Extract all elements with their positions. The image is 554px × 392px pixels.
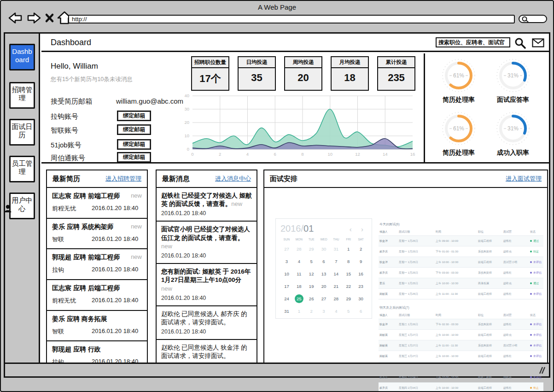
message-list: 赵铁柱 已经提交了对候选人 姬献英 的面试反馈，请查看。new2016.01.2… xyxy=(157,188,257,374)
go-interview-management-link[interactable]: 进入面试管理 xyxy=(506,175,542,183)
go-message-center-link[interactable]: 进入消息中心 xyxy=(215,175,251,183)
calendar-next-button[interactable]: › xyxy=(361,225,367,233)
calendar-day[interactable]: 8 xyxy=(342,255,355,268)
calendar-day[interactable]: 3 xyxy=(318,305,330,317)
calendar-day[interactable]: 4 xyxy=(293,255,305,268)
calendar-day[interactable]: 30 xyxy=(355,293,367,305)
table-row[interactable]: 姬献英星期一 1月25日上午 11:00 - 11:30前端工程师赵铁柱未评估 xyxy=(379,288,543,299)
calendar-day[interactable]: 17 xyxy=(280,280,293,293)
table-row[interactable]: 姬献英星期三 1月27日上午 10:00 - 10:30前端工程师赵欧伦未评估 xyxy=(379,329,543,340)
calendar-day[interactable]: 11 xyxy=(293,268,305,280)
calendar-day[interactable]: 9 xyxy=(355,255,367,268)
message-text: 赵欧伦 已同意候选人 狄金洋 的面试请求，请安排面试。 xyxy=(161,344,247,359)
account-label: 智联账号 xyxy=(51,126,78,134)
calendar-day[interactable]: 24 xyxy=(280,293,293,305)
calendar-day[interactable]: 1 xyxy=(293,305,305,317)
calendar: 2016/ 01 ‹ › SUNMONTUEWEDTHUFRISAT 27282… xyxy=(275,218,372,319)
user-icon xyxy=(4,205,12,213)
message-item[interactable]: 您有新的面试: 姬献英 于 2016年1月27日星期三上午10点00分new20… xyxy=(157,264,257,306)
table-row[interactable]: 姬献英星期三 1月27日上午 11:00 - 11:30系统构架师面试官小明未评… xyxy=(379,340,543,351)
mail-icon[interactable] xyxy=(532,38,544,47)
account-row: 周伯通账号 绑定邮箱 xyxy=(51,154,85,163)
forward-button[interactable] xyxy=(26,11,42,25)
calendar-day[interactable]: 26 xyxy=(305,293,318,305)
calendar-day[interactable]: 6 xyxy=(318,255,330,268)
table-row[interactable]: 狄金洋星期一 1月25日上午 09:00 - 10:00前端工程师赵铁柱通过 xyxy=(379,235,543,246)
calendar-day[interactable]: 29 xyxy=(305,243,318,255)
cell-position: 系统构架师 xyxy=(477,250,502,254)
stop-icon[interactable] xyxy=(45,13,55,23)
table-row[interactable]: 郝齐庆星期一 1月25日下午 01:00 - 01:30系统构架师赵欧伦待定 xyxy=(379,246,543,257)
calendar-day[interactable]: 20 xyxy=(318,280,330,293)
calendar-day[interactable]: 19 xyxy=(305,280,318,293)
calendar-day[interactable]: 4 xyxy=(330,305,342,317)
calendar-day[interactable]: 29 xyxy=(342,293,355,305)
calendar-day[interactable]: 21 xyxy=(330,280,342,293)
calendar-day[interactable]: 7 xyxy=(330,255,342,268)
calendar-day[interactable]: 31 xyxy=(330,243,342,255)
content: Dashboard Hello, William 您有15个新简历与10条未读消… xyxy=(41,34,549,376)
calendar-day[interactable]: 13 xyxy=(318,268,330,280)
calendar-day[interactable]: 12 xyxy=(305,268,318,280)
calendar-day-selected[interactable]: 25 xyxy=(293,293,305,305)
sidebar-item-dashboard[interactable]: Dashboard xyxy=(9,44,35,70)
calendar-day[interactable]: 27 xyxy=(318,293,330,305)
calendar-prev-button[interactable]: ‹ xyxy=(350,225,356,233)
table-row[interactable]: 狄金洋星期二 1月26日下午 02:30 - 03:30系统构架师赵铁柱未评估 xyxy=(379,319,543,329)
calendar-day[interactable]: 27 xyxy=(280,243,293,255)
calendar-day[interactable]: 28 xyxy=(330,293,342,305)
message-item[interactable]: 面试官小明 已经提交了对候选人 伍江龙 的面试反馈，请查看。new2016.01… xyxy=(157,222,257,264)
resume-item[interactable]: 匡志宸 应聘 前端工程师new前程无忧2016.01.20 18:40 xyxy=(47,188,147,219)
table-row[interactable]: 郝齐庆星期四 2月04日上午 10:00 - 10:30前端工程师赵铁柱终止 xyxy=(379,382,543,392)
calendar-day[interactable]: 10 xyxy=(280,268,293,280)
resume-item[interactable]: 郭现超 应聘 前端工程师new拉钩2016.01.20 18:40 xyxy=(47,249,147,280)
bind-email-button[interactable]: 绑定邮箱 xyxy=(117,111,151,121)
resume-item[interactable]: 姜乐 应聘 商务拓展智联2016.01.20 18:40 xyxy=(47,311,147,342)
new-badge: new xyxy=(131,192,142,200)
sidebar-item-employee-management[interactable]: 员工管理 xyxy=(9,156,35,182)
bind-email-button[interactable]: 绑定邮箱 xyxy=(117,152,151,163)
calendar-day[interactable]: 28 xyxy=(293,243,305,255)
search-input[interactable] xyxy=(436,37,510,47)
svg-text:31%: 31% xyxy=(507,72,519,79)
calendar-day[interactable]: 5 xyxy=(342,305,355,317)
calendar-day[interactable]: 15 xyxy=(342,268,355,280)
table-row[interactable]: 姬献英星期三 1月27日上午 10:00 - 10:30前端工程师赵铁柱未评估 xyxy=(379,351,543,361)
new-badge: new xyxy=(161,285,172,292)
table-row[interactable]: 郝齐庆星期一 1月25日下午 03:00 - 03:30系统构架师赵铁柱未评估 xyxy=(379,267,543,278)
interview-body: 2016/ 01 ‹ › SUNMONTUEWEDTHUFRISAT 27282… xyxy=(264,188,547,371)
sidebar-item-user-center[interactable]: 用户中心 xyxy=(9,193,35,219)
sidebar-item-interview-calendar[interactable]: 面试日历 xyxy=(9,119,35,146)
calendar-day[interactable]: 16 xyxy=(355,268,367,280)
chrome-search-pill[interactable] xyxy=(519,15,547,23)
resize-handle-icon[interactable] xyxy=(537,366,545,374)
bind-email-button[interactable]: 绑定邮箱 xyxy=(117,139,151,150)
table-row[interactable]: 狄金洋星期一 1月25日上午 10:00 - 10:30前端工程师面试官小明未评… xyxy=(379,257,543,267)
resume-item[interactable]: 匡志宸 应聘 后端工程师前程无忧2016.01.20 18:40 xyxy=(47,280,147,311)
calendar-day[interactable]: 30 xyxy=(318,243,330,255)
bind-email-button[interactable]: 绑定邮箱 xyxy=(117,124,151,135)
sidebar-item-recruit-management[interactable]: 招聘管理 xyxy=(9,82,35,109)
url-input[interactable] xyxy=(68,15,515,23)
calendar-day[interactable]: 22 xyxy=(342,280,355,293)
bottom-area: 最新简历 进入招聘管理 匡志宸 应聘 前端工程师new前程无忧2016.01.2… xyxy=(41,164,549,376)
calendar-day[interactable]: 2 xyxy=(355,243,367,255)
calendar-day[interactable]: 31 xyxy=(280,305,293,317)
resume-item[interactable]: 姜乐 应聘 系统构架师new智联2016.01.20 18:40 xyxy=(47,219,147,250)
calendar-day[interactable]: 14 xyxy=(330,268,342,280)
calendar-day[interactable]: 3 xyxy=(280,255,293,268)
message-item[interactable]: 赵欧伦 已同意候选人 郝齐庆 的面试请求，请安排面试。2016.01.20 18… xyxy=(157,306,257,340)
calendar-day[interactable]: 6 xyxy=(355,305,367,317)
back-button[interactable] xyxy=(7,11,24,25)
table-row[interactable]: 姜乐星期一 1月25日上午 10:00 - 10:30商务拓展赵欧伦通过 xyxy=(379,278,543,288)
search-icon[interactable] xyxy=(514,37,527,50)
cell-status: 未评估 xyxy=(529,292,543,296)
calendar-day[interactable]: 1 xyxy=(342,243,355,255)
go-recruit-management-link[interactable]: 进入招聘管理 xyxy=(105,175,141,183)
calendar-day[interactable]: 2 xyxy=(305,305,318,317)
svg-text:4: 4 xyxy=(246,152,249,157)
calendar-day[interactable]: 18 xyxy=(293,280,305,293)
calendar-day[interactable]: 5 xyxy=(305,255,318,268)
calendar-day[interactable]: 23 xyxy=(355,280,367,293)
message-item[interactable]: 赵铁柱 已经提交了对候选人 姬献英 的面试反馈，请查看。new2016.01.2… xyxy=(157,188,257,222)
